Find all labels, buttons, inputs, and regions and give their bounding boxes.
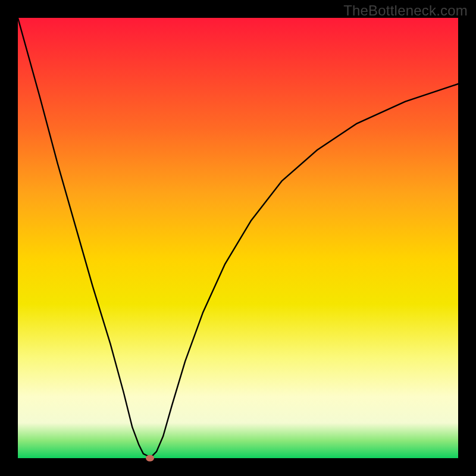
minimum-marker xyxy=(146,455,154,462)
bottleneck-curve xyxy=(18,18,458,458)
watermark-text: TheBottleneck.com xyxy=(343,2,468,19)
plot-area xyxy=(18,18,458,458)
chart-frame: TheBottleneck.com xyxy=(0,0,476,476)
curve-path xyxy=(18,18,458,456)
